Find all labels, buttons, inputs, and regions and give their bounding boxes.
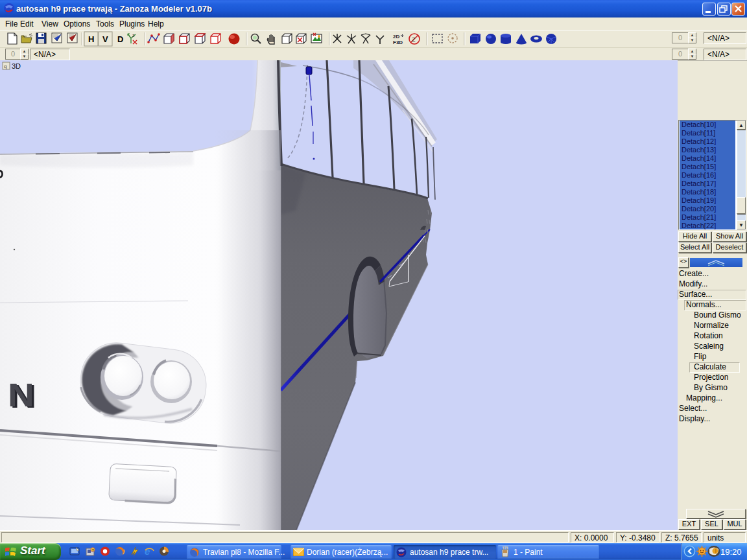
svg-text:2D: 2D bbox=[393, 34, 399, 40]
svg-text:e: e bbox=[145, 546, 150, 557]
svg-text:F3D: F3D bbox=[393, 40, 403, 45]
svg-text:z: z bbox=[132, 33, 135, 38]
svg-text:Z: Z bbox=[412, 36, 416, 43]
svg-text:D: D bbox=[117, 34, 123, 44]
svg-text:3D: 3D bbox=[12, 62, 21, 70]
svg-text:V: V bbox=[102, 34, 108, 44]
svg-text:H: H bbox=[88, 34, 94, 44]
svg-text:q: q bbox=[4, 64, 6, 69]
svg-text:N: N bbox=[8, 377, 34, 413]
